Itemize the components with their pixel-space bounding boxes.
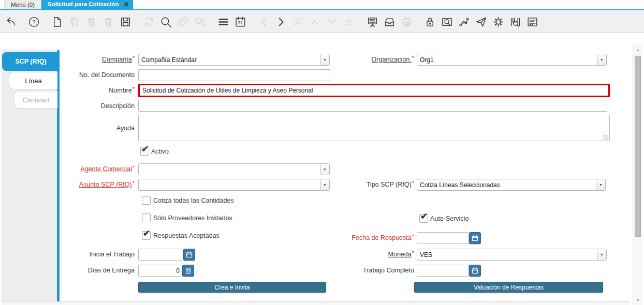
dias-entrega-calculator-button[interactable] bbox=[182, 265, 194, 277]
label-auto-servicio: Auto-Servicio bbox=[430, 214, 469, 223]
print-icon bbox=[400, 16, 413, 29]
chevron-down-icon[interactable]: ▼ bbox=[320, 179, 329, 190]
asunto-scp-dropdown[interactable]: ▼ bbox=[138, 179, 330, 191]
toolbar: ? 31 bbox=[0, 11, 644, 33]
auto-servicio-checkbox[interactable]: ✔ bbox=[419, 214, 428, 223]
inicia-trabajo-input[interactable] bbox=[138, 249, 183, 261]
delete-record-icon bbox=[84, 16, 98, 29]
valuacion-respuestas-button[interactable]: Valuación de Respuestas bbox=[414, 282, 603, 293]
new-record-icon[interactable] bbox=[50, 16, 64, 29]
organizacion-dropdown[interactable]: Org1 ▼ bbox=[417, 54, 607, 66]
attachment-icon bbox=[176, 16, 189, 29]
chevron-down-icon[interactable]: ▼ bbox=[596, 179, 605, 190]
check-icon: ✔ bbox=[141, 144, 149, 155]
parent-record-icon bbox=[308, 16, 321, 29]
tipo-scp-dropdown[interactable]: Cotiza Líneas Seleccionadas ▼ bbox=[417, 179, 606, 191]
help-icon[interactable]: ? bbox=[27, 16, 40, 29]
calculator-icon bbox=[184, 267, 192, 274]
private-lock-icon[interactable] bbox=[423, 16, 436, 29]
label-no-documento: No. del Documento bbox=[60, 69, 135, 81]
calendar-icon bbox=[471, 267, 479, 274]
calendar-icon bbox=[185, 251, 193, 258]
product-info-icon[interactable] bbox=[508, 16, 522, 29]
preferences-gear-icon[interactable] bbox=[491, 16, 505, 29]
dias-entrega-input[interactable] bbox=[138, 265, 182, 277]
label-ayuda: Ayuda bbox=[60, 123, 135, 134]
tab-menu[interactable]: Menú (0) bbox=[4, 0, 41, 9]
chevron-down-icon[interactable]: ▼ bbox=[320, 54, 329, 65]
sidebar-tab-scp-rfq[interactable]: SCP (RfQ) bbox=[2, 52, 60, 71]
compania-dropdown[interactable]: Compañía Estándar ▼ bbox=[138, 54, 330, 66]
tipo-scp-value: Cotiza Líneas Seleccionadas bbox=[417, 179, 596, 190]
activo-checkbox[interactable]: ✔ bbox=[140, 147, 149, 156]
check-icon: ✔ bbox=[420, 211, 428, 222]
trabajo-completo-input[interactable] bbox=[417, 265, 469, 277]
delete-selection-icon bbox=[101, 16, 115, 29]
tab-menu-label: Menú (0) bbox=[11, 2, 35, 8]
send-request-icon[interactable] bbox=[474, 16, 488, 29]
close-tab-icon[interactable]: ✕ bbox=[123, 1, 129, 8]
scroll-down-icon[interactable]: ▼ bbox=[633, 296, 642, 304]
sidebar-tab-cantidad[interactable]: Cantidad bbox=[14, 91, 57, 109]
tab-solicitud-para-cotizacion[interactable]: Solicitud para Cotización ✕ bbox=[41, 0, 133, 9]
save-icon[interactable] bbox=[119, 16, 132, 29]
previous-record-icon bbox=[257, 16, 270, 29]
ayuda-textarea[interactable] bbox=[138, 115, 610, 141]
report-icon[interactable] bbox=[365, 16, 379, 29]
copy-record-icon bbox=[67, 16, 81, 29]
fecha-respuesta-input[interactable] bbox=[417, 232, 469, 244]
chevron-down-icon[interactable]: ▼ bbox=[597, 54, 606, 65]
window-customization-icon[interactable] bbox=[525, 16, 539, 29]
resize-grip-icon[interactable] bbox=[604, 135, 608, 140]
nombre-value: Solicitud de Cotización de Útiles de Lim… bbox=[140, 87, 316, 94]
chevron-down-icon[interactable]: ▼ bbox=[320, 164, 329, 175]
crea-e-invita-button[interactable]: Crea e Invita bbox=[138, 282, 326, 293]
find-icon[interactable] bbox=[159, 16, 172, 29]
agente-comercial-dropdown[interactable]: ▼ bbox=[138, 163, 330, 175]
zoom-across-icon[interactable] bbox=[440, 16, 453, 29]
refresh-icon bbox=[142, 16, 155, 29]
label-tipo-scp: Tipo SCP (RfQ)* bbox=[331, 179, 414, 190]
scroll-up-icon[interactable]: ▲ bbox=[633, 45, 642, 54]
window-tab-bar: Menú (0) Solicitud para Cotización ✕ bbox=[0, 0, 644, 10]
label-moneda: Moneda* bbox=[331, 249, 414, 260]
cotiza-todas-checkbox[interactable] bbox=[142, 196, 151, 205]
no-documento-input[interactable] bbox=[138, 69, 330, 81]
label-descripcion: Descripción bbox=[60, 100, 135, 112]
label-compania: Compañía* bbox=[60, 54, 135, 65]
label-asunto-scp[interactable]: Asunto SCP (RfQ)* bbox=[60, 179, 135, 190]
vertical-scrollbar[interactable]: ▲ ▼ bbox=[633, 44, 642, 305]
calendar-icon[interactable]: 31 bbox=[233, 16, 247, 29]
nombre-input[interactable]: Solicitud de Cotización de Útiles de Lim… bbox=[138, 84, 610, 97]
grid-toggle-icon[interactable] bbox=[216, 16, 230, 29]
sidebar-tab-linea[interactable]: Línea bbox=[9, 72, 57, 89]
chevron-down-icon[interactable]: ▼ bbox=[597, 249, 606, 260]
archive-icon[interactable] bbox=[383, 16, 396, 29]
check-icon: ✔ bbox=[143, 228, 150, 239]
sidebar-tab-label: Cantidad bbox=[22, 96, 49, 104]
next-record-icon[interactable] bbox=[274, 16, 287, 29]
sidebar-tab-label: SCP (RfQ) bbox=[15, 58, 46, 65]
label-fecha-respuesta: Fecha de Respuesta* bbox=[331, 232, 414, 243]
workflow-icon[interactable] bbox=[457, 16, 471, 29]
descripcion-input[interactable] bbox=[138, 100, 607, 112]
label-nombre: Nombre* bbox=[60, 85, 135, 96]
trabajo-completo-calendar-button[interactable] bbox=[469, 265, 481, 277]
organizacion-value: Org1 bbox=[417, 54, 597, 65]
respuestas-aceptadas-checkbox[interactable]: ✔ bbox=[142, 231, 151, 240]
horizontal-scrollbar[interactable] bbox=[2, 301, 630, 305]
fecha-respuesta-calendar-button[interactable] bbox=[469, 232, 481, 244]
tab-active-label: Solicitud para Cotización bbox=[48, 1, 119, 7]
detail-record-icon bbox=[325, 16, 339, 29]
moneda-dropdown[interactable]: VES ▼ bbox=[417, 249, 607, 261]
scrollbar-thumb[interactable] bbox=[635, 56, 641, 237]
first-record-icon bbox=[291, 16, 304, 29]
moneda-value: VES bbox=[417, 249, 597, 260]
calendar-icon bbox=[471, 234, 479, 242]
label-inicia-trabajo: Inicia el Trabajo bbox=[60, 249, 135, 260]
label-agente-comercial[interactable]: Agente Comercial* bbox=[60, 163, 135, 175]
compania-value: Compañía Estándar bbox=[139, 54, 320, 65]
solo-proveedores-checkbox[interactable] bbox=[142, 213, 151, 222]
undo-icon[interactable] bbox=[4, 16, 17, 29]
inicia-trabajo-calendar-button[interactable] bbox=[183, 249, 195, 261]
